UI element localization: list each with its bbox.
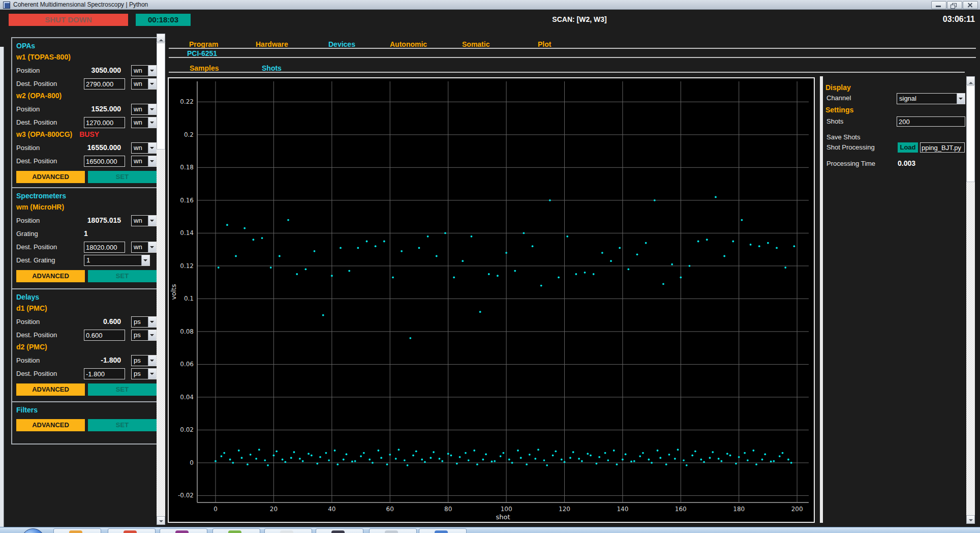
shots-input[interactable] [897, 116, 965, 127]
menu-item-plot[interactable]: Plot [538, 40, 551, 48]
taskbar-button[interactable] [316, 528, 363, 533]
chevron-down-icon[interactable] [148, 369, 156, 379]
scroll-down-button[interactable] [157, 516, 165, 525]
chevron-down-icon[interactable] [148, 143, 156, 153]
advanced-button[interactable]: ADVANCED [16, 419, 85, 431]
row-label: Dest. Position [16, 157, 57, 165]
chevron-down-icon[interactable] [148, 317, 156, 327]
chevron-down-icon[interactable] [148, 216, 156, 226]
load-button[interactable]: Load [898, 142, 918, 153]
data-point [642, 452, 644, 454]
scrollbar-thumb[interactable] [157, 43, 165, 150]
units-select[interactable]: ps [131, 330, 157, 341]
data-point [718, 458, 720, 460]
units-select[interactable]: ps [131, 368, 157, 379]
channel-select[interactable]: signal [897, 93, 965, 104]
taskbar-button[interactable] [369, 528, 417, 533]
inspector-scrollbar[interactable] [966, 76, 975, 524]
data-point [665, 463, 667, 465]
set-button[interactable]: SET [88, 383, 157, 396]
units-select[interactable]: wn [131, 65, 157, 76]
tab-samples[interactable]: Samples [190, 64, 219, 72]
chevron-down-icon[interactable] [148, 79, 156, 89]
units-select[interactable]: wn [131, 142, 157, 154]
destination-input[interactable] [84, 156, 125, 167]
motor-row: Position16550.000wn [16, 142, 157, 156]
svg-text:0.02: 0.02 [180, 426, 194, 433]
destination-input[interactable] [84, 330, 125, 341]
chevron-down-icon[interactable] [148, 66, 156, 76]
set-button[interactable]: SET [88, 171, 157, 183]
taskbar-button[interactable] [160, 528, 207, 533]
chevron-down-icon[interactable] [957, 94, 965, 104]
menu-item-autonomic[interactable]: Autonomic [390, 40, 427, 48]
data-point [500, 455, 502, 457]
position-readout: 16550.000 [72, 143, 121, 152]
data-point [221, 455, 223, 457]
sidebar-scrollbar[interactable] [157, 34, 165, 525]
units-select[interactable]: wn [131, 156, 157, 167]
units-select[interactable]: wn [131, 242, 157, 253]
minimize-button[interactable] [931, 1, 946, 9]
destination-input[interactable] [84, 368, 125, 379]
destination-input[interactable] [84, 117, 125, 128]
panel-splitter[interactable] [820, 76, 823, 523]
row-label: Dest. Position [16, 331, 57, 339]
set-button[interactable]: SET [88, 419, 157, 431]
svg-text:120: 120 [559, 506, 570, 513]
units-select[interactable]: ps [131, 316, 157, 328]
chevron-down-icon[interactable] [141, 255, 149, 265]
data-point [482, 459, 484, 461]
chevron-down-icon[interactable] [148, 330, 156, 340]
menu-item-hardware[interactable]: Hardware [256, 40, 288, 48]
advanced-button[interactable]: ADVANCED [16, 383, 85, 396]
chevron-down-icon[interactable] [148, 117, 156, 128]
close-button[interactable] [963, 1, 978, 9]
scroll-up-button[interactable] [966, 76, 975, 85]
data-point [241, 457, 243, 459]
tab-pci-6251[interactable]: PCI-6251 [187, 49, 217, 57]
destination-input[interactable] [84, 242, 125, 253]
data-point [311, 455, 313, 457]
scrollbar-thumb[interactable] [966, 85, 975, 182]
start-button[interactable] [21, 528, 45, 533]
set-button[interactable]: SET [88, 270, 157, 282]
data-point [354, 460, 356, 462]
processing-file-input[interactable] [920, 142, 965, 153]
scroll-up-button[interactable] [157, 34, 165, 42]
grating-select[interactable]: 1 [84, 255, 150, 266]
units-select[interactable]: wn [131, 117, 157, 128]
taskbar-button[interactable] [108, 528, 156, 533]
chevron-down-icon[interactable] [148, 356, 156, 366]
taskbar-button[interactable] [212, 528, 260, 533]
data-point [322, 314, 324, 316]
restore-button[interactable] [947, 1, 962, 9]
data-point [735, 463, 737, 465]
data-point [346, 453, 348, 455]
destination-input[interactable] [84, 78, 125, 90]
shutdown-button[interactable]: SHUT DOWN [9, 14, 128, 26]
chevron-down-icon[interactable] [148, 242, 156, 252]
units-select[interactable]: wn [131, 215, 157, 226]
menu-item-program[interactable]: Program [189, 40, 219, 48]
units-select[interactable]: ps [131, 355, 157, 366]
data-point [314, 250, 316, 252]
taskbar-button[interactable] [419, 528, 467, 533]
taskbar-button[interactable] [53, 528, 101, 533]
data-point [328, 459, 330, 461]
taskbar-button[interactable] [264, 528, 312, 533]
units-select[interactable]: wn [131, 78, 157, 90]
data-point [380, 457, 382, 459]
chevron-down-icon[interactable] [148, 156, 156, 166]
motor-name: d2 (PMC) [16, 343, 157, 355]
data-point [793, 245, 795, 247]
units-select[interactable]: wn [131, 104, 157, 115]
shot-processing-label: Shot Processing [826, 143, 875, 151]
tab-shots[interactable]: Shots [262, 64, 282, 72]
scroll-down-button[interactable] [966, 515, 975, 524]
chevron-down-icon[interactable] [148, 104, 156, 114]
advanced-button[interactable]: ADVANCED [16, 270, 85, 282]
menu-item-devices[interactable]: Devices [328, 40, 355, 48]
advanced-button[interactable]: ADVANCED [16, 171, 85, 183]
menu-item-somatic[interactable]: Somatic [462, 40, 489, 48]
